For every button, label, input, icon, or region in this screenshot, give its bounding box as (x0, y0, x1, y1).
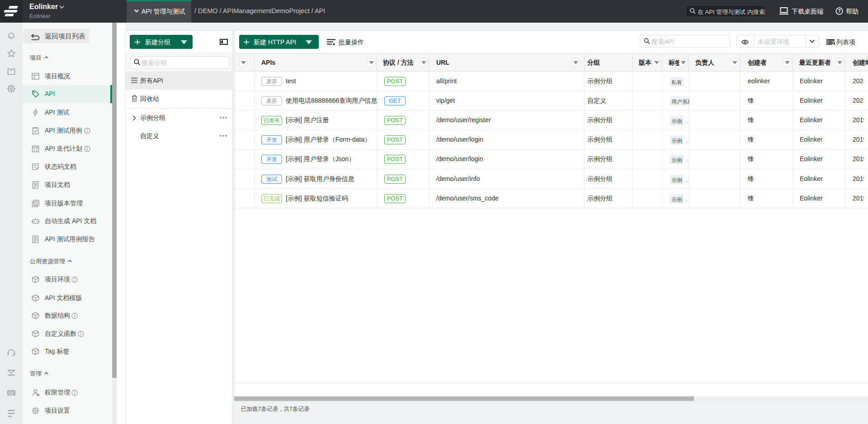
svg-text:?: ? (838, 9, 840, 14)
